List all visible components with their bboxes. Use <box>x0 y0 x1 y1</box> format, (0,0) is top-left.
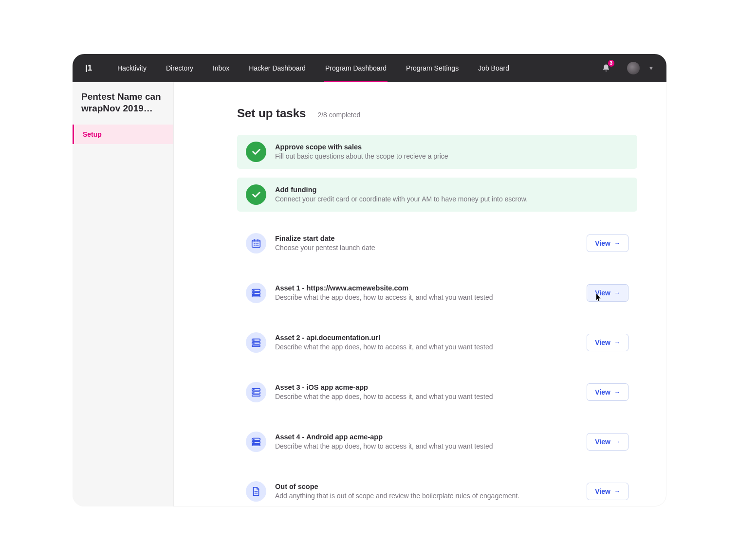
nav-label: Job Board <box>478 64 509 72</box>
sidebar-item-setup[interactable]: Setup <box>73 125 173 144</box>
task-desc: Describe what the app does, how to acces… <box>275 392 578 402</box>
nav-list: Hacktivity Directory Inbox Hacker Dashbo… <box>108 54 519 82</box>
svg-rect-19 <box>252 395 260 396</box>
task-finalize-start-date: Finalize start date Choose your pentest … <box>237 226 637 260</box>
server-icon <box>251 337 261 348</box>
task-title: Out of scope <box>275 482 578 491</box>
nav-label: Inbox <box>213 64 229 72</box>
task-done-icon <box>246 142 266 162</box>
nav-label: Program Settings <box>406 64 459 72</box>
arrow-right-icon: → <box>614 289 620 296</box>
task-desc: Describe what the app does, how to acces… <box>275 293 578 303</box>
svg-point-20 <box>254 389 254 390</box>
page-title: Set up tasks <box>237 107 306 120</box>
nav-program-settings[interactable]: Program Settings <box>396 54 468 82</box>
view-label: View <box>595 289 610 297</box>
task-asset-1: Asset 1 - https://www.acmewebsite.com De… <box>237 276 637 310</box>
task-title: Asset 3 - iOS app acme-app <box>275 382 578 392</box>
task-desc: Describe what the app does, how to acces… <box>275 343 578 352</box>
server-icon <box>251 288 261 298</box>
svg-rect-9 <box>252 295 260 297</box>
task-title: Finalize start date <box>275 234 578 243</box>
sidebar: Pentest Name can wrapNov 2019… Setup <box>73 82 174 506</box>
task-desc: Describe what the app does, how to acces… <box>275 442 578 452</box>
svg-point-6 <box>258 245 258 246</box>
task-desc: Connect your credit card or coordinate w… <box>275 195 628 204</box>
top-nav: |1 Hacktivity Directory Inbox Hacker Das… <box>73 54 666 82</box>
nav-hacker-dashboard[interactable]: Hacker Dashboard <box>239 54 315 82</box>
task-title: Add funding <box>275 185 628 195</box>
check-icon <box>251 146 261 157</box>
notifications-badge: 3 <box>608 60 615 67</box>
view-label: View <box>595 488 610 495</box>
svg-point-26 <box>254 442 254 442</box>
view-button[interactable]: View→ <box>587 433 628 451</box>
view-button[interactable]: View→ <box>587 383 628 401</box>
svg-point-15 <box>254 340 254 340</box>
task-out-of-scope: Out of scope Add anything that is out of… <box>237 474 637 506</box>
task-asset-3: Asset 3 - iOS app acme-app Describe what… <box>237 375 637 409</box>
view-button[interactable]: View→ <box>587 235 628 252</box>
view-label: View <box>595 339 610 346</box>
view-label: View <box>595 239 610 247</box>
brand-logo[interactable]: |1 <box>81 61 96 75</box>
nav-directory[interactable]: Directory <box>156 54 203 82</box>
svg-point-5 <box>256 245 257 246</box>
view-button[interactable]: View→ <box>587 334 628 351</box>
nav-label: Directory <box>166 64 193 72</box>
svg-point-10 <box>254 290 254 290</box>
pentest-name: Pentest Name can wrapNov 2019… <box>73 91 173 115</box>
arrow-right-icon: → <box>614 438 620 445</box>
sidebar-item-label: Setup <box>83 130 102 138</box>
arrow-right-icon: → <box>614 240 620 247</box>
view-label: View <box>595 438 610 446</box>
task-asset-4: Asset 4 - Android app acme-app Describe … <box>237 425 637 459</box>
progress-status: 2/8 completed <box>317 111 360 119</box>
task-desc: Choose your pentest launch date <box>275 243 578 253</box>
task-title: Asset 1 - https://www.acmewebsite.com <box>275 283 578 293</box>
notifications-button[interactable]: 3 <box>600 62 612 74</box>
task-icon <box>246 481 266 502</box>
svg-point-4 <box>254 245 255 246</box>
task-icon <box>246 283 266 303</box>
nav-job-board[interactable]: Job Board <box>468 54 519 82</box>
svg-rect-14 <box>252 345 260 346</box>
task-desc: Add anything that is out of scope and re… <box>275 491 578 501</box>
server-icon <box>251 436 261 447</box>
task-title: Asset 4 - Android app acme-app <box>275 432 578 442</box>
calendar-icon <box>251 238 261 249</box>
nav-inbox[interactable]: Inbox <box>203 54 239 82</box>
nav-hacktivity[interactable]: Hacktivity <box>108 54 156 82</box>
task-icon <box>246 332 266 353</box>
view-button[interactable]: View→ <box>587 483 628 500</box>
task-approve-scope: Approve scope with sales Fill out basic … <box>237 135 637 169</box>
svg-point-11 <box>254 293 254 293</box>
svg-point-1 <box>254 243 255 244</box>
page-header: Set up tasks 2/8 completed <box>237 107 637 120</box>
nav-label: Hacktivity <box>117 64 147 72</box>
view-button[interactable]: View→ <box>587 284 628 302</box>
document-icon <box>251 486 261 497</box>
nav-label: Hacker Dashboard <box>249 64 306 72</box>
svg-point-16 <box>254 343 254 343</box>
view-label: View <box>595 388 610 396</box>
check-icon <box>251 189 261 200</box>
task-icon <box>246 432 266 452</box>
user-menu-caret[interactable]: ▼ <box>648 65 654 71</box>
task-icon <box>246 233 266 253</box>
main-content: Set up tasks 2/8 completed Approve scope… <box>174 82 666 506</box>
svg-point-2 <box>256 243 257 244</box>
arrow-right-icon: → <box>614 389 620 396</box>
task-title: Asset 2 - api.documentation.url <box>275 333 578 343</box>
avatar[interactable] <box>627 62 640 74</box>
svg-point-3 <box>258 243 258 244</box>
app-frame: |1 Hacktivity Directory Inbox Hacker Das… <box>73 54 666 506</box>
nav-label: Program Dashboard <box>325 64 387 72</box>
svg-point-21 <box>254 392 254 393</box>
task-add-funding: Add funding Connect your credit card or … <box>237 178 637 212</box>
arrow-right-icon: → <box>614 488 620 495</box>
svg-point-25 <box>254 439 254 439</box>
nav-program-dashboard[interactable]: Program Dashboard <box>315 54 396 82</box>
task-done-icon <box>246 184 266 205</box>
task-asset-2: Asset 2 - api.documentation.url Describe… <box>237 325 637 360</box>
